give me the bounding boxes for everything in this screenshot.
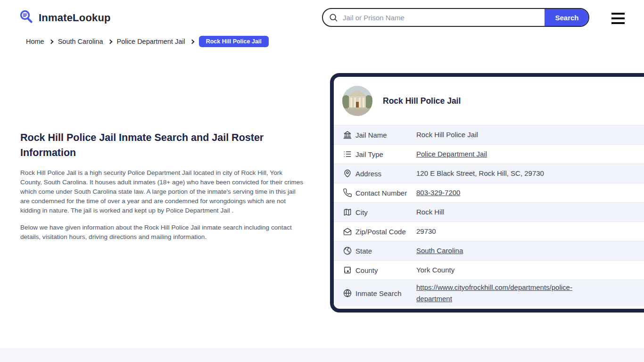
breadcrumb-state[interactable]: South Carolina: [58, 38, 103, 45]
breadcrumb-jail-type[interactable]: Police Department Jail: [117, 38, 185, 45]
page-title: Rock Hill Police Jail Inmate Search and …: [20, 130, 304, 160]
phone-icon: [343, 188, 352, 197]
bank-icon: [343, 130, 352, 140]
table-row: StateSouth Carolina: [334, 241, 644, 260]
mail-icon: [343, 227, 352, 236]
row-value-link[interactable]: 803-329-7200: [416, 187, 604, 198]
row-label: County: [355, 266, 416, 274]
row-label: Contact Number: [355, 189, 416, 197]
jail-photo: [342, 86, 372, 116]
row-value-link[interactable]: South Carolina: [416, 245, 604, 256]
row-label: City: [355, 208, 416, 216]
table-row: Jail TypePolice Department Jail: [334, 144, 644, 164]
globe-state-icon: [343, 246, 352, 255]
table-row: Contact Number803-329-7200: [334, 183, 644, 202]
logo-magnifier-icon: [19, 9, 34, 26]
list-icon: [343, 149, 352, 159]
article-paragraph: Rock Hill Police Jail is a high security…: [20, 168, 304, 215]
county-icon: [343, 265, 352, 275]
chevron-right-icon: [49, 40, 53, 44]
jail-detail-table: Jail NameRock Hill Police JailJail TypeP…: [334, 125, 644, 306]
breadcrumb: Home South Carolina Police Department Ja…: [26, 36, 269, 47]
article-paragraph: Below we have given information about th…: [20, 223, 304, 242]
row-value-link[interactable]: https://www.cityofrockhill.com/departmen…: [416, 282, 604, 304]
search-bar: Search: [322, 8, 589, 27]
search-input[interactable]: [338, 9, 545, 26]
brand-logo[interactable]: InmateLookup: [19, 9, 111, 26]
search-icon: [323, 9, 338, 26]
card-header: Rock Hill Police Jail: [334, 77, 644, 125]
map-pin-icon: [343, 169, 352, 178]
card-title: Rock Hill Police Jail: [383, 96, 461, 106]
row-label: Jail Type: [355, 150, 416, 158]
breadcrumb-current-badge[interactable]: Rock Hill Police Jail: [199, 36, 269, 47]
brand-name: InmateLookup: [39, 12, 111, 24]
table-row: CountyYork County: [334, 260, 644, 280]
table-row: Inmate Searchhttps://www.cityofrockhill.…: [334, 280, 644, 306]
row-value: 29730: [416, 226, 604, 237]
search-button[interactable]: Search: [545, 8, 589, 27]
row-value: Rock Hill: [416, 206, 604, 218]
row-value: 120 E Black Street, Rock Hill, SC, 29730: [416, 168, 604, 179]
row-label: Jail Name: [355, 131, 416, 139]
row-label: Inmate Search: [355, 289, 416, 297]
menu-icon[interactable]: [611, 13, 625, 24]
article: Rock Hill Police Jail Inmate Search and …: [20, 130, 304, 249]
row-value-link[interactable]: Police Department Jail: [416, 148, 604, 160]
row-value: York County: [416, 264, 604, 276]
chevron-right-icon: [190, 40, 194, 44]
globe-icon: [343, 288, 352, 298]
table-row: Jail NameRock Hill Police Jail: [334, 125, 644, 144]
footer-band: [0, 348, 644, 362]
page: InmateLookup Search Home South Carolina …: [0, 0, 644, 362]
table-row: Zip/Postal Code29730: [334, 222, 644, 241]
jail-info-card: Rock Hill Police Jail Jail NameRock Hill…: [330, 73, 644, 313]
table-row: CityRock Hill: [334, 202, 644, 222]
row-label: Address: [355, 170, 416, 178]
table-row: Address120 E Black Street, Rock Hill, SC…: [334, 164, 644, 183]
chevron-right-icon: [107, 40, 112, 44]
map-icon: [343, 207, 352, 217]
row-label: Zip/Postal Code: [355, 228, 416, 236]
row-value: Rock Hill Police Jail: [416, 129, 604, 140]
breadcrumb-home[interactable]: Home: [26, 38, 44, 45]
row-label: State: [355, 247, 416, 255]
